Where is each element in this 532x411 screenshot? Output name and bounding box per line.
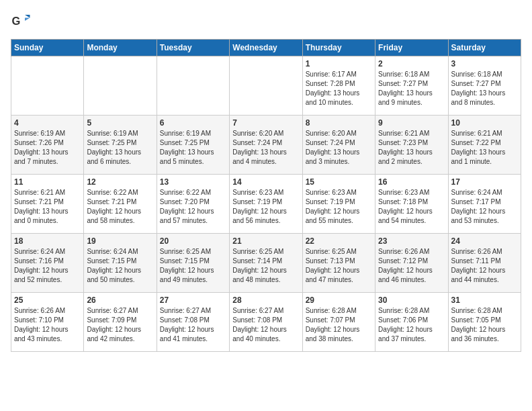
calendar-day-cell: 5Sunrise: 6:19 AM Sunset: 7:25 PM Daylig… [84, 116, 157, 175]
weekday-header: Saturday [448, 40, 521, 56]
calendar-day-cell [84, 56, 157, 116]
day-number: 5 [87, 118, 153, 128]
day-number: 10 [451, 118, 518, 128]
day-info: Sunrise: 6:27 AM Sunset: 7:08 PM Dayligh… [232, 306, 299, 344]
calendar-day-cell: 12Sunrise: 6:22 AM Sunset: 7:21 PM Dayli… [84, 175, 157, 234]
day-number: 9 [378, 118, 445, 128]
day-info: Sunrise: 6:22 AM Sunset: 7:20 PM Dayligh… [160, 188, 226, 226]
calendar-day-cell: 1Sunrise: 6:17 AM Sunset: 7:28 PM Daylig… [302, 56, 375, 116]
day-info: Sunrise: 6:24 AM Sunset: 7:16 PM Dayligh… [14, 247, 81, 285]
day-info: Sunrise: 6:20 AM Sunset: 7:24 PM Dayligh… [232, 129, 299, 167]
calendar-body: 1Sunrise: 6:17 AM Sunset: 7:28 PM Daylig… [11, 56, 521, 352]
calendar-day-cell: 10Sunrise: 6:21 AM Sunset: 7:22 PM Dayli… [448, 116, 521, 175]
day-number: 23 [378, 236, 445, 246]
calendar-header-row: SundayMondayTuesdayWednesdayThursdayFrid… [11, 40, 521, 56]
calendar-day-cell: 18Sunrise: 6:24 AM Sunset: 7:16 PM Dayli… [11, 234, 84, 293]
calendar-week-row: 11Sunrise: 6:21 AM Sunset: 7:21 PM Dayli… [11, 175, 521, 234]
day-number: 27 [160, 295, 226, 305]
calendar-day-cell: 2Sunrise: 6:18 AM Sunset: 7:27 PM Daylig… [375, 56, 448, 116]
calendar-day-cell [157, 56, 229, 116]
day-number: 14 [232, 177, 299, 187]
day-info: Sunrise: 6:20 AM Sunset: 7:24 PM Dayligh… [306, 129, 372, 167]
calendar-day-cell: 9Sunrise: 6:21 AM Sunset: 7:23 PM Daylig… [375, 116, 448, 175]
day-info: Sunrise: 6:23 AM Sunset: 7:19 PM Dayligh… [232, 188, 299, 226]
logo: G [11, 11, 35, 31]
day-number: 16 [378, 177, 445, 187]
day-info: Sunrise: 6:28 AM Sunset: 7:06 PM Dayligh… [378, 306, 445, 344]
day-info: Sunrise: 6:17 AM Sunset: 7:28 PM Dayligh… [306, 70, 372, 107]
calendar-day-cell: 25Sunrise: 6:26 AM Sunset: 7:10 PM Dayli… [11, 293, 84, 352]
day-info: Sunrise: 6:26 AM Sunset: 7:11 PM Dayligh… [451, 247, 518, 285]
day-info: Sunrise: 6:26 AM Sunset: 7:12 PM Dayligh… [378, 247, 445, 285]
day-number: 22 [306, 236, 372, 246]
calendar-day-cell: 26Sunrise: 6:27 AM Sunset: 7:09 PM Dayli… [84, 293, 157, 352]
calendar-day-cell: 6Sunrise: 6:19 AM Sunset: 7:25 PM Daylig… [157, 116, 229, 175]
svg-marker-1 [25, 15, 30, 18]
day-number: 4 [14, 118, 81, 128]
day-info: Sunrise: 6:21 AM Sunset: 7:23 PM Dayligh… [378, 129, 445, 167]
day-number: 28 [232, 295, 299, 305]
calendar-day-cell: 16Sunrise: 6:23 AM Sunset: 7:18 PM Dayli… [375, 175, 448, 234]
weekday-header: Wednesday [230, 40, 302, 56]
svg-text:G: G [12, 15, 21, 27]
day-info: Sunrise: 6:21 AM Sunset: 7:22 PM Dayligh… [451, 129, 518, 167]
day-info: Sunrise: 6:18 AM Sunset: 7:27 PM Dayligh… [451, 70, 518, 107]
calendar-day-cell: 22Sunrise: 6:25 AM Sunset: 7:13 PM Dayli… [302, 234, 375, 293]
calendar-week-row: 25Sunrise: 6:26 AM Sunset: 7:10 PM Dayli… [11, 293, 521, 352]
calendar-day-cell: 21Sunrise: 6:25 AM Sunset: 7:14 PM Dayli… [230, 234, 302, 293]
calendar-week-row: 18Sunrise: 6:24 AM Sunset: 7:16 PM Dayli… [11, 234, 521, 293]
calendar-day-cell [230, 56, 302, 116]
calendar-day-cell: 4Sunrise: 6:19 AM Sunset: 7:26 PM Daylig… [11, 116, 84, 175]
logo-icon: G [11, 11, 31, 31]
day-number: 29 [306, 295, 372, 305]
day-number: 13 [160, 177, 226, 187]
calendar-day-cell: 23Sunrise: 6:26 AM Sunset: 7:12 PM Dayli… [375, 234, 448, 293]
day-number: 18 [14, 236, 81, 246]
day-number: 7 [232, 118, 299, 128]
calendar-day-cell: 24Sunrise: 6:26 AM Sunset: 7:11 PM Dayli… [448, 234, 521, 293]
day-number: 11 [14, 177, 81, 187]
day-info: Sunrise: 6:26 AM Sunset: 7:10 PM Dayligh… [14, 306, 81, 344]
calendar-day-cell: 28Sunrise: 6:27 AM Sunset: 7:08 PM Dayli… [230, 293, 302, 352]
calendar-day-cell: 14Sunrise: 6:23 AM Sunset: 7:19 PM Dayli… [230, 175, 302, 234]
calendar-day-cell [11, 56, 84, 116]
day-info: Sunrise: 6:22 AM Sunset: 7:21 PM Dayligh… [87, 188, 153, 226]
day-info: Sunrise: 6:18 AM Sunset: 7:27 PM Dayligh… [378, 70, 445, 107]
day-number: 26 [87, 295, 153, 305]
calendar-day-cell: 30Sunrise: 6:28 AM Sunset: 7:06 PM Dayli… [375, 293, 448, 352]
day-number: 8 [306, 118, 372, 128]
calendar-week-row: 1Sunrise: 6:17 AM Sunset: 7:28 PM Daylig… [11, 56, 521, 116]
calendar-day-cell: 3Sunrise: 6:18 AM Sunset: 7:27 PM Daylig… [448, 56, 521, 116]
day-info: Sunrise: 6:27 AM Sunset: 7:08 PM Dayligh… [160, 306, 226, 344]
weekday-header: Thursday [302, 40, 375, 56]
weekday-header: Sunday [11, 40, 84, 56]
day-info: Sunrise: 6:28 AM Sunset: 7:07 PM Dayligh… [306, 306, 372, 344]
day-number: 1 [306, 59, 372, 68]
svg-marker-2 [25, 18, 30, 21]
day-number: 24 [451, 236, 518, 246]
day-info: Sunrise: 6:19 AM Sunset: 7:25 PM Dayligh… [160, 129, 226, 167]
day-number: 20 [160, 236, 226, 246]
day-number: 17 [451, 177, 518, 187]
day-info: Sunrise: 6:25 AM Sunset: 7:15 PM Dayligh… [160, 247, 226, 285]
day-number: 15 [306, 177, 372, 187]
day-info: Sunrise: 6:23 AM Sunset: 7:19 PM Dayligh… [306, 188, 372, 226]
calendar-day-cell: 29Sunrise: 6:28 AM Sunset: 7:07 PM Dayli… [302, 293, 375, 352]
calendar-day-cell: 11Sunrise: 6:21 AM Sunset: 7:21 PM Dayli… [11, 175, 84, 234]
calendar-day-cell: 20Sunrise: 6:25 AM Sunset: 7:15 PM Dayli… [157, 234, 229, 293]
calendar-day-cell: 19Sunrise: 6:24 AM Sunset: 7:15 PM Dayli… [84, 234, 157, 293]
day-number: 6 [160, 118, 226, 128]
day-number: 19 [87, 236, 153, 246]
weekday-header: Friday [375, 40, 448, 56]
calendar-day-cell: 8Sunrise: 6:20 AM Sunset: 7:24 PM Daylig… [302, 116, 375, 175]
day-number: 12 [87, 177, 153, 187]
day-number: 30 [378, 295, 445, 305]
calendar-week-row: 4Sunrise: 6:19 AM Sunset: 7:26 PM Daylig… [11, 116, 521, 175]
day-number: 31 [451, 295, 518, 305]
calendar-day-cell: 15Sunrise: 6:23 AM Sunset: 7:19 PM Dayli… [302, 175, 375, 234]
calendar-day-cell: 13Sunrise: 6:22 AM Sunset: 7:20 PM Dayli… [157, 175, 229, 234]
day-number: 21 [232, 236, 299, 246]
day-info: Sunrise: 6:24 AM Sunset: 7:17 PM Dayligh… [451, 188, 518, 226]
day-info: Sunrise: 6:25 AM Sunset: 7:13 PM Dayligh… [306, 247, 372, 285]
day-info: Sunrise: 6:19 AM Sunset: 7:26 PM Dayligh… [14, 129, 81, 167]
